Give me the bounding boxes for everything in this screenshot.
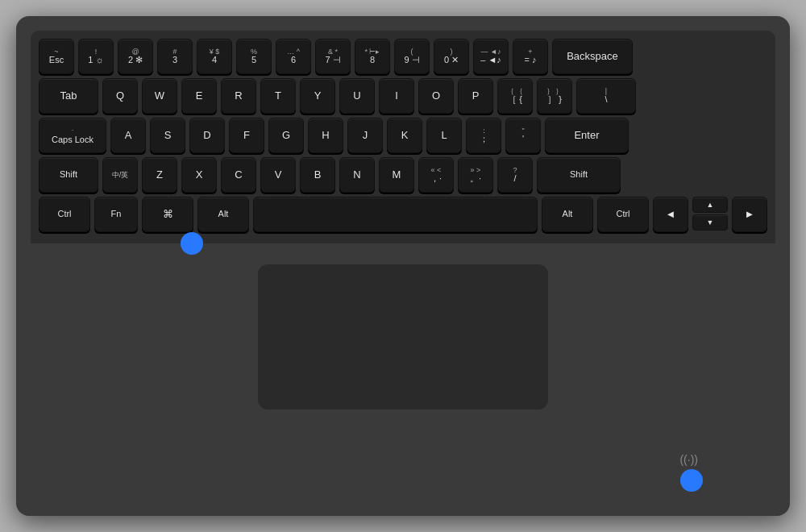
key-alt-left[interactable]: Alt [197,197,249,232]
key-arrow-right[interactable]: ► [732,197,767,232]
key-c[interactable]: C [221,157,256,193]
key-arrow-left[interactable]: ◄ [653,197,688,232]
key-8[interactable]: * ⊢▸ 8 [355,39,390,74]
key-k[interactable]: K [387,118,422,153]
key-arrow-down[interactable]: ▼ [692,214,728,231]
key-quote[interactable]: " ' [505,118,541,153]
key-1[interactable]: ! 1 ☼ [78,39,114,74]
key-b[interactable]: B [300,157,335,193]
key-9[interactable]: ( 9 ⊣ [394,39,430,74]
key-caps-lock[interactable]: · Caps Lock [39,118,106,153]
key-alt-right[interactable]: Alt [542,197,593,232]
key-bracket-close[interactable]: ｝ ｝ ］ } [537,78,572,114]
key-arrow-updown: ▲ ▼ [692,197,728,232]
wifi-icon: ((·)) [679,453,698,466]
key-minus[interactable]: — ◄♪ – ◄♪ [473,39,509,74]
key-z[interactable]: Z [142,157,177,193]
key-row-2: Tab Q W E R T Y U I O P ｛ ｛ ［ { ｝ ｝ ］ } … [39,78,767,114]
blue-dot-indicator [680,469,703,492]
key-row-1: ~ Esc ! 1 ☼ @ 2 ✻ # 3 ¥ $ 4 % 5 [39,39,767,74]
key-backslash[interactable]: | \ [576,78,636,114]
key-shift-left[interactable]: Shift [39,157,98,193]
key-ctrl-left[interactable]: Ctrl [39,197,90,232]
key-m[interactable]: M [379,157,414,193]
key-0[interactable]: ) 0 ✕ [434,39,469,74]
key-esc[interactable]: ~ Esc [39,39,74,74]
key-o[interactable]: O [418,78,454,114]
key-5[interactable]: % 5 [236,39,272,74]
key-semicolon[interactable]: ： ； [466,118,501,153]
key-i[interactable]: I [379,78,414,114]
key-a[interactable]: A [110,118,146,153]
bottom-area: ((·)) [31,243,775,516]
key-2[interactable]: @ 2 ✻ [118,39,153,74]
key-bracket-open[interactable]: ｛ ｛ ［ { [497,78,533,114]
key-v[interactable]: V [260,157,296,193]
key-space[interactable] [253,197,538,232]
key-cmd[interactable]: ⌘ [142,197,193,232]
key-x[interactable]: X [181,157,217,193]
key-lang[interactable]: 中/英 [102,157,138,193]
key-t[interactable]: T [260,78,296,114]
key-u[interactable]: U [339,78,375,114]
key-n[interactable]: N [339,157,375,193]
key-tab[interactable]: Tab [39,78,98,114]
laptop-base: ~ Esc ! 1 ☼ @ 2 ✻ # 3 ¥ $ 4 % 5 [16,16,790,516]
key-6[interactable]: … ^ 6 [276,39,311,74]
key-row-4: Shift 中/英 Z X C V B N M « < ，· » > 。· ? … [39,157,767,193]
key-period[interactable]: » > 。· [458,157,493,193]
key-fn[interactable]: Fn [94,197,138,232]
key-g[interactable]: G [268,118,304,153]
key-p[interactable]: P [458,78,493,114]
key-arrow-up[interactable]: ▲ [692,197,728,213]
key-ctrl-right[interactable]: Ctrl [597,197,649,232]
key-shift-right[interactable]: Shift [537,157,621,193]
key-equals[interactable]: + = ♪ [513,39,548,74]
key-enter[interactable]: Enter [545,118,629,153]
key-7[interactable]: & * 7 ⊣ [315,39,351,74]
key-row-5: Ctrl Fn ⌘ Alt Alt Ctrl ◄ ▲ ▼ [39,197,767,232]
key-e[interactable]: E [181,78,217,114]
key-l[interactable]: L [426,118,462,153]
key-y[interactable]: Y [300,78,335,114]
key-comma[interactable]: « < ，· [418,157,454,193]
key-r[interactable]: R [221,78,256,114]
key-backspace[interactable]: Backspace [552,39,633,74]
trackpad[interactable] [258,264,548,409]
key-q[interactable]: Q [102,78,138,114]
key-slash[interactable]: ? / [497,157,533,193]
key-h[interactable]: H [308,118,343,153]
key-w[interactable]: W [142,78,177,114]
keyboard-area: ~ Esc ! 1 ☼ @ 2 ✻ # 3 ¥ $ 4 % 5 [31,31,775,243]
blue-dot-cmd [181,232,203,255]
key-j[interactable]: J [347,118,383,153]
key-d[interactable]: D [189,118,225,153]
key-s[interactable]: S [150,118,185,153]
key-3[interactable]: # 3 [157,39,193,74]
key-f[interactable]: F [229,118,264,153]
key-4[interactable]: ¥ $ 4 [197,39,232,74]
key-row-3: · Caps Lock A S D F G H J K L ： ； " ' En… [39,118,767,153]
